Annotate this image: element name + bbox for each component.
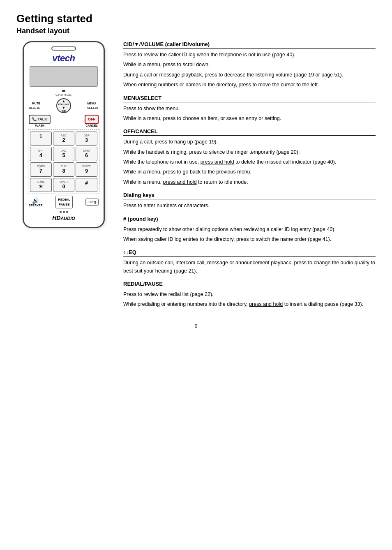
off-para-2: While the handset is ringing, press to s… [123, 148, 376, 156]
key-7[interactable]: PQRS 7 [30, 162, 52, 177]
off-para-4: While in a menu, press to go back to the… [123, 168, 376, 176]
key-hash[interactable]: # [76, 178, 97, 192]
section-body-eq: During an outside call, intercom call, m… [123, 259, 376, 275]
keypad: 1 ABC 2 DEF 3 GHI 4 JKL 5 [28, 129, 99, 194]
section-body-redial-pause: Press to review the redial list (page 22… [123, 291, 376, 309]
menu-label: MENU [87, 101, 96, 106]
talk-off-row: 📞 TALK FLASH OFF CANCEL [27, 115, 100, 127]
select-label: SELECT [87, 106, 99, 110]
menu-select-labels: MENU SELECT [87, 101, 99, 110]
cancel-label: CANCEL [85, 124, 97, 127]
menu-para-1: Press to show the menu. [123, 105, 376, 113]
press-hold-underline-2: press and hold [163, 179, 197, 185]
speaker-icon: 🔊 [32, 197, 39, 204]
press-hold-underline-1: press and hold [201, 159, 234, 165]
press-hold-underline-3: press and hold [249, 301, 283, 307]
mute-delete-labels: MUTE DELETE [29, 101, 40, 110]
key-0[interactable]: OPER 0 [53, 178, 75, 192]
section-menu-select: MENU/SELECT Press to show the menu. Whil… [123, 95, 376, 123]
menu-para-2: While in a menu, press to choose an item… [123, 115, 376, 122]
key-4[interactable]: GHI 4 [30, 147, 52, 161]
bottom-function-row: 🔊 SPEAKER REDIALPAUSE ↕↓EQ [27, 196, 100, 208]
section-title-off-cancel: OFF/CANCEL [123, 128, 376, 136]
cid-label-inner: CID [62, 110, 66, 112]
eq-button[interactable]: ↕↓EQ [85, 199, 99, 206]
handset-screen [30, 66, 98, 87]
brand-label: vtech [27, 53, 100, 64]
arrow-down-icon: ▼ [62, 106, 66, 110]
charge-area: CHARGE [27, 89, 100, 97]
cid-para-2: While in a menu, press to scroll down. [123, 61, 376, 69]
key-6[interactable]: MNO 6 [76, 147, 97, 161]
redial-para-1: Press to review the redial list (page 22… [123, 291, 376, 298]
off-para-5: While in a menu, press and hold to retur… [123, 178, 376, 186]
cid-para-3: During a call or message playback, press… [123, 71, 376, 79]
control-row: MUTE DELETE ▲ VOLUME ▼ CID MENU SELECT [27, 98, 100, 113]
off-para-3: While the telephone is not in use, press… [123, 158, 376, 166]
section-body-dialing-keys: Press to enter numbers or characters. [123, 202, 376, 210]
section-body-cid-volume: Press to review the caller ID log when t… [123, 51, 376, 89]
key-star[interactable]: TONE ✶ [30, 178, 52, 192]
volume-cid-button[interactable]: ▲ VOLUME ▼ CID [56, 98, 71, 113]
section-title-cid-volume: CID/▼/VOLUME (caller ID/volume) [123, 41, 376, 49]
handset-body: vtech CHARGE MUTE DELETE ▲ VOLUME ▼ CID [23, 41, 105, 228]
section-pound-key: # (pound key) Press repeatedly to show o… [123, 216, 376, 244]
key-2[interactable]: ABC 2 [53, 132, 75, 146]
section-redial-pause: REDIAL/PAUSE Press to review the redial … [123, 281, 376, 309]
pound-para-1: Press repeatedly to show other dialing o… [123, 226, 376, 233]
handset-diagram: vtech CHARGE MUTE DELETE ▲ VOLUME ▼ CID [16, 41, 111, 228]
handset-speaker-slot [27, 46, 100, 51]
section-title-dialing-keys: Dialing keys [123, 192, 376, 199]
section-title-eq: ↕↓EQ [123, 249, 376, 257]
key-8[interactable]: TUV 8 [53, 162, 75, 177]
page-number: 9 [16, 323, 376, 329]
delete-label: DELETE [29, 106, 40, 110]
speaker-label: SPEAKER [29, 204, 43, 207]
audio-text: AUDIO [60, 216, 75, 221]
section-title-redial-pause: REDIAL/PAUSE [123, 281, 376, 288]
cid-para-1: Press to review the caller ID log when t… [123, 51, 376, 59]
dialing-para-1: Press to enter numbers or characters. [123, 202, 376, 210]
flash-label: FLASH [35, 124, 44, 127]
content-panel: CID/▼/VOLUME (caller ID/volume) Press to… [123, 41, 376, 314]
cid-para-4: When entering numbers or names in the di… [123, 81, 376, 89]
section-body-off-cancel: During a call, press to hang up (page 19… [123, 138, 376, 186]
mute-label: MUTE [32, 101, 40, 106]
redial-para-2: While predialing or entering numbers int… [123, 300, 376, 308]
section-body-pound-key: Press repeatedly to show other dialing o… [123, 226, 376, 244]
section-body-menu-select: Press to show the menu. While in a menu,… [123, 105, 376, 123]
charge-label: CHARGE [55, 93, 72, 97]
speaker-button[interactable]: 🔊 SPEAKER [29, 197, 43, 207]
arrow-up-icon: ▲ [62, 99, 66, 103]
key-1[interactable]: 1 [30, 132, 52, 146]
eq-para-1: During an outside call, intercom call, m… [123, 259, 376, 275]
key-9[interactable]: WXYZ 9 [76, 162, 97, 177]
section-title-menu-select: MENU/SELECT [123, 95, 376, 102]
page-subtitle: Handset layout [16, 27, 376, 35]
off-button[interactable]: OFF [85, 115, 99, 124]
section-dialing-keys: Dialing keys Press to enter numbers or c… [123, 192, 376, 210]
section-off-cancel: OFF/CANCEL During a call, press to hang … [123, 128, 376, 186]
key-3[interactable]: DEF 3 [76, 132, 97, 146]
section-title-pound-key: # (pound key) [123, 216, 376, 223]
section-cid-volume: CID/▼/VOLUME (caller ID/volume) Press to… [123, 41, 376, 89]
bottom-speaker-dots [27, 211, 100, 213]
redial-pause-button[interactable]: REDIALPAUSE [55, 196, 73, 208]
hd-audio-label: HDAUDIO [27, 215, 100, 221]
hd-text: HD [52, 215, 60, 221]
page-title: Getting started [16, 12, 376, 25]
off-para-1: During a call, press to hang up (page 19… [123, 138, 376, 146]
talk-button[interactable]: 📞 TALK [29, 115, 51, 124]
section-eq: ↕↓EQ During an outside call, intercom ca… [123, 249, 376, 275]
key-5[interactable]: JKL 5 [53, 147, 75, 161]
pound-para-2: When saving caller ID log entries to the… [123, 236, 376, 243]
